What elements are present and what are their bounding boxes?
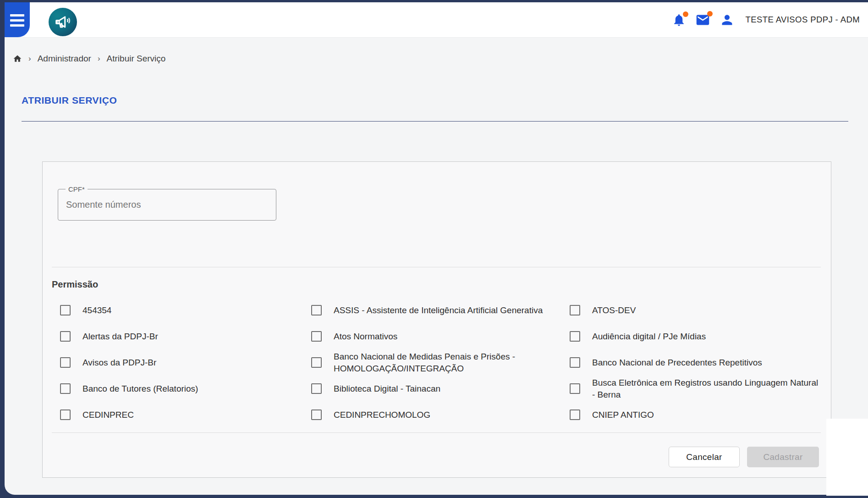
checkbox-icon[interactable] bbox=[570, 383, 580, 394]
title-divider bbox=[22, 121, 848, 122]
permission-option-label: Busca Eletrônica em Registros usando Lin… bbox=[592, 377, 821, 400]
permission-option-row[interactable]: CEDINPREC bbox=[60, 402, 311, 428]
permission-section: Permissão 454354 ASSIS - Assistente de I… bbox=[52, 267, 821, 428]
actions-divider bbox=[52, 432, 821, 433]
checkbox-icon[interactable] bbox=[60, 383, 71, 394]
checkbox-icon[interactable] bbox=[570, 331, 580, 342]
user-name-label: TESTE AVISOS PDPJ - ADM bbox=[746, 15, 860, 25]
cpf-field-label: CPF* bbox=[66, 185, 88, 193]
permission-option-row[interactable]: ASSIS - Assistente de Inteligência Artif… bbox=[311, 297, 570, 323]
permission-option-label: 454354 bbox=[82, 304, 111, 316]
menu-icon bbox=[10, 14, 24, 29]
checkbox-icon[interactable] bbox=[60, 409, 71, 420]
submit-button[interactable]: Cadastrar bbox=[747, 447, 819, 467]
home-link[interactable] bbox=[13, 54, 22, 63]
permission-option-row[interactable]: Audiência digital / PJe Mídias bbox=[570, 323, 821, 349]
permission-option-row[interactable]: Banco Nacional de Medidas Penais e Prisõ… bbox=[311, 349, 570, 376]
breadcrumb-item-administrador[interactable]: Administrador bbox=[38, 54, 91, 64]
assign-service-card: CPF* Permissão 454354 ASSIS - Assistente… bbox=[42, 161, 831, 478]
permission-option-label: CEDINPREC bbox=[82, 409, 134, 421]
cpf-field: CPF* bbox=[58, 189, 276, 221]
breadcrumb-separator: › bbox=[27, 54, 32, 63]
permission-option-label: Alertas da PDPJ-Br bbox=[82, 331, 158, 342]
header-actions: TESTE AVISOS PDPJ - ADM bbox=[671, 2, 860, 37]
page-title: ATRIBUIR SERVIÇO bbox=[22, 95, 117, 106]
breadcrumb-item-atribuir-servico: Atribuir Serviço bbox=[107, 54, 166, 64]
app-logo bbox=[49, 8, 77, 36]
permission-option-row[interactable]: Banco de Tutores (Relatorios) bbox=[60, 376, 311, 402]
home-icon bbox=[13, 54, 22, 63]
permission-option-row[interactable]: CNIEP ANTIGO bbox=[570, 402, 821, 428]
checkbox-icon[interactable] bbox=[311, 305, 322, 315]
permission-option-row[interactable]: Atos Normativos bbox=[311, 323, 570, 349]
top-bar: TESTE AVISOS PDPJ - ADM bbox=[5, 2, 868, 38]
checkbox-icon[interactable] bbox=[311, 331, 322, 342]
permission-option-label: Banco Nacional de Precedentes Repetitivo… bbox=[592, 357, 762, 368]
checkbox-icon[interactable] bbox=[60, 305, 71, 315]
permission-option-label: CNIEP ANTIGO bbox=[592, 409, 654, 421]
checkbox-icon[interactable] bbox=[570, 409, 580, 420]
permission-option-label: ATOS-DEV bbox=[592, 304, 636, 316]
permission-option-label: ASSIS - Assistente de Inteligência Artif… bbox=[334, 304, 543, 316]
permission-option-label: Avisos da PDPJ-Br bbox=[82, 357, 156, 368]
notifications-button[interactable] bbox=[671, 12, 687, 28]
messages-button[interactable] bbox=[694, 11, 711, 28]
cancel-button[interactable]: Cancelar bbox=[669, 447, 740, 467]
permission-option-row[interactable]: Biblioteca Digital - Tainacan bbox=[311, 376, 570, 402]
message-badge bbox=[707, 11, 713, 17]
stray-white-panel bbox=[826, 419, 868, 496]
permission-option-label: Banco de Tutores (Relatorios) bbox=[82, 383, 198, 394]
breadcrumb: › Administrador › Atribuir Serviço bbox=[13, 54, 165, 64]
checkbox-icon[interactable] bbox=[60, 331, 71, 342]
notification-badge bbox=[683, 11, 688, 17]
user-menu-button[interactable] bbox=[719, 11, 736, 28]
permission-option-label: Atos Normativos bbox=[334, 331, 397, 342]
permission-option-label: Biblioteca Digital - Tainacan bbox=[334, 383, 440, 394]
checkbox-icon[interactable] bbox=[311, 357, 322, 368]
person-icon bbox=[720, 12, 735, 28]
checkbox-icon[interactable] bbox=[570, 305, 580, 315]
permission-option-row[interactable]: 454354 bbox=[60, 297, 311, 323]
form-actions: Cancelar Cadastrar bbox=[669, 447, 819, 467]
permission-option-row[interactable]: Busca Eletrônica em Registros usando Lin… bbox=[570, 376, 821, 402]
permission-section-label: Permissão bbox=[52, 279, 821, 290]
permission-option-row[interactable]: Alertas da PDPJ-Br bbox=[60, 323, 311, 349]
hamburger-menu-button[interactable] bbox=[5, 2, 30, 37]
permission-option-row[interactable]: Banco Nacional de Precedentes Repetitivo… bbox=[570, 349, 821, 376]
checkbox-icon[interactable] bbox=[311, 383, 322, 394]
breadcrumb-separator: › bbox=[97, 54, 101, 63]
permission-grid: 454354 ASSIS - Assistente de Inteligênci… bbox=[60, 297, 821, 428]
permission-option-row[interactable]: CEDINPRECHOMOLOG bbox=[311, 402, 570, 428]
cpf-input[interactable] bbox=[58, 189, 276, 220]
permission-option-label: Audiência digital / PJe Mídias bbox=[592, 331, 706, 342]
permission-option-row[interactable]: Avisos da PDPJ-Br bbox=[60, 349, 311, 376]
permission-option-row[interactable]: ATOS-DEV bbox=[570, 297, 821, 323]
permission-option-label: Banco Nacional de Medidas Penais e Prisõ… bbox=[334, 351, 565, 374]
checkbox-icon[interactable] bbox=[60, 357, 71, 368]
megaphone-icon bbox=[54, 13, 71, 31]
checkbox-icon[interactable] bbox=[311, 409, 322, 420]
permission-option-label: CEDINPRECHOMOLOG bbox=[334, 409, 430, 421]
page-content-frame: TESTE AVISOS PDPJ - ADM › Administrador … bbox=[5, 2, 868, 495]
checkbox-icon[interactable] bbox=[570, 357, 580, 368]
